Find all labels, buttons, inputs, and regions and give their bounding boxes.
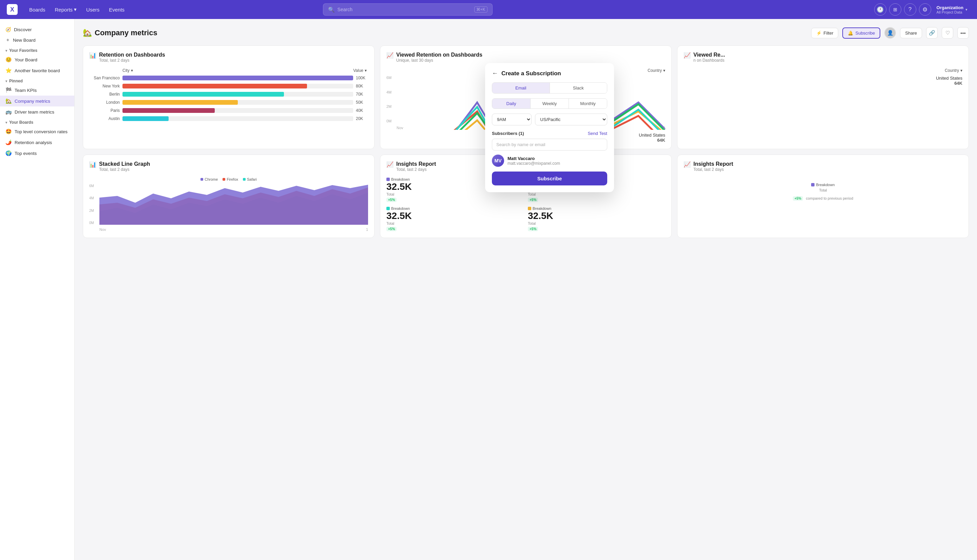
insight-value-4: 32.5K [528,211,665,221]
tab-email[interactable]: Email [492,83,549,93]
sidebar-item-top-conversion[interactable]: 🤩 Top level conversion rates [0,126,74,137]
chrome-dot [200,178,203,181]
subscriber-email: matt.vaccaro@mixpanel.com [508,161,560,166]
help-icon: ? [909,6,912,13]
sidebar-item-your-board[interactable]: 😊 Your Board [0,54,74,65]
card-stacked-line: 📊 Stacked Line Graph Total, last 2 days … [83,155,374,238]
sidebar-item-team-kpis[interactable]: 🏁 Team KPIs [0,85,74,96]
send-test-button[interactable]: Send Test [588,131,607,136]
help-icon-btn[interactable]: ? [904,3,916,16]
frequency-tabs: Daily Weekly Monthly [492,98,607,109]
breakdown-dot-4 [528,207,531,210]
sidebar-item-company-metrics[interactable]: 🏡 Company metrics [0,96,74,107]
search-input[interactable] [337,7,474,12]
bar-row-london: London 50K [89,100,368,105]
nav-reports[interactable]: Reports ▾ [52,4,80,15]
card-viewed-right-subtitle: n on Dashboards [693,58,725,63]
modal-back-button[interactable]: ← [492,70,498,77]
history-icon-btn[interactable]: 🕐 [874,3,887,16]
breakdown-dot-3 [386,207,390,210]
nav-boards[interactable]: Boards [26,5,49,15]
compass-icon: 🧭 [5,27,11,32]
search-icon: 🔍 [328,7,335,13]
subscriber-item: MV Matt Vaccaro matt.vaccaro@mixpanel.co… [492,155,607,167]
country-col-header[interactable]: Country ▾ [648,68,665,73]
stacked-legend: Chrome Firefox Safari [89,177,368,182]
pinned-section-header[interactable]: ▾ Pinned [0,76,74,85]
sidebar-item-retention-analysis[interactable]: 🌶️ Retention analysis [0,137,74,148]
card-viewed-retention-right: 📈 Viewed Re... n on Dashboards Country ▾… [677,45,969,149]
subscribe-icon: 🔔 [848,30,853,36]
bar-table: San Francisco 100K New York 80K Berlin 7… [89,76,368,121]
time-select[interactable]: 9AM 10AM 11AM [492,113,531,125]
insight-value-3: 32.5K [386,211,524,221]
heart-icon-btn[interactable]: ♡ [942,27,953,38]
subscribe-button[interactable]: 🔔 Subscribe [842,27,880,38]
bar-row-paris: Paris 40K [89,108,368,113]
nav-users[interactable]: Users [83,5,103,15]
sidebar-item-driver-team[interactable]: 🚌 Driver team metrics [0,107,74,117]
subscriber-avatar: MV [492,155,504,167]
sidebar-item-top-events[interactable]: 🌍 Top events [0,148,74,158]
country-right-col-header[interactable]: Country ▾ [945,68,962,73]
filter-button[interactable]: ⚡ Filter [811,28,838,38]
driver-team-icon: 🚌 [5,109,12,115]
page-title: 🏡 Company metrics [83,28,157,37]
apps-icon-btn[interactable]: ⊞ [889,3,901,16]
org-button[interactable]: Organization All Project Data ▾ [934,4,970,16]
more-icon-btn[interactable]: ••• [957,27,969,38]
page-title-icon: 🏡 [83,28,92,37]
link-icon-btn[interactable]: 🔗 [926,27,938,38]
stacked-x-labels: Nov 1 [99,227,368,232]
your-board-icon: 😊 [5,57,12,63]
card-retention-dashboards: 📊 Retention on Dashboards Total, last 2 … [83,45,374,149]
more-icon: ••• [960,30,966,36]
favorites-section-header[interactable]: ▾ Your Favorites [0,45,74,54]
stacked-chart-icon: 📊 [89,161,96,168]
top-events-icon: 🌍 [5,150,12,156]
viewed-right-col-headers: Country ▾ [683,68,962,73]
app-logo[interactable]: X [7,4,18,15]
insights1-title: Insights Report [396,161,436,167]
sidebar-item-discover[interactable]: 🧭 Discover [0,24,74,35]
freq-monthly[interactable]: Monthly [569,98,607,108]
chevron-down-icon-pinned: ▾ [5,79,7,83]
bar-chart-icon: 📊 [89,52,96,59]
tab-slack[interactable]: Slack [549,83,607,93]
modal-header: ← Create a Subscription [492,70,607,77]
freq-daily[interactable]: Daily [492,98,530,108]
nav-events[interactable]: Events [105,5,128,15]
subscribe-modal: ← Create a Subscription Email Slack Dail… [485,63,614,192]
modal-subscribe-button[interactable]: Subscribe [492,172,607,185]
heart-icon: ♡ [945,30,950,36]
sidebar-item-new-board[interactable]: ＋ New Board [0,35,74,45]
bar-row-austin: Austin 20K [89,116,368,121]
country-sort-icon: ▾ [663,68,665,73]
sidebar-item-another-board[interactable]: ⭐ Another favorite board [0,65,74,76]
timezone-select[interactable]: US/Pacific US/Eastern UTC [535,113,607,125]
page-actions: ⚡ Filter 🔔 Subscribe 👤 Share 🔗 ♡ [811,27,969,38]
value-col-header[interactable]: Value ▾ [353,68,367,73]
filter-icon: ⚡ [816,30,822,36]
settings-icon-btn[interactable]: ⚙ [919,3,931,16]
sidebar: 🧭 Discover ＋ New Board ▾ Your Favorites … [0,19,75,560]
main-layout: 🧭 Discover ＋ New Board ▾ Your Favorites … [0,19,977,560]
share-button[interactable]: Share [900,28,922,38]
insights2-body: Breakdown Total +5% compared to previous… [683,177,962,207]
card-viewed-subtitle: Unique, last 30 days [396,58,483,63]
topnav-right: 🕐 ⊞ ? ⚙ Organization All Project Data ▾ [874,3,970,16]
boards-section-header[interactable]: ▾ Your Boards [0,117,74,126]
stacked-svg [99,184,368,225]
city-col-header[interactable]: City ▾ [122,68,133,73]
bar-row-berlin: Berlin 70K [89,92,368,97]
reports-chevron-icon: ▾ [74,7,77,13]
modal-title: Create a Subscription [501,70,561,77]
subscribers-label: Subscribers (1) [492,131,524,136]
subscriber-search-input[interactable] [492,138,607,150]
value-sort-icon: ▾ [365,68,367,73]
freq-weekly[interactable]: Weekly [530,98,569,108]
search-bar[interactable]: 🔍 ⌘+K [323,3,493,16]
user-avatar[interactable]: 👤 [884,27,896,38]
insight-cell-3: Breakdown 32.5K Total +5% [386,207,524,232]
settings-icon: ⚙ [922,6,927,13]
